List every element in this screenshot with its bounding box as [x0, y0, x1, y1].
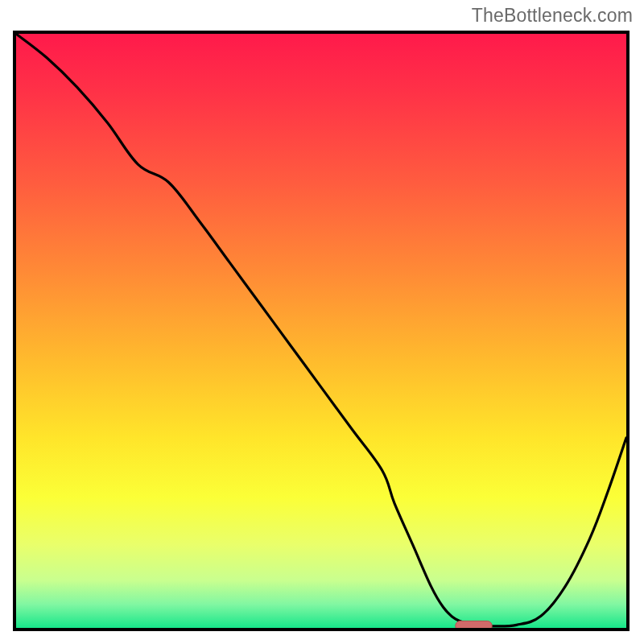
chart-frame: TheBottleneck.com: [0, 0, 644, 644]
optimal-marker: [456, 621, 492, 628]
watermark-label: TheBottleneck.com: [472, 5, 633, 27]
bottleneck-curve-svg: [16, 34, 626, 628]
plot-area: [13, 31, 630, 631]
